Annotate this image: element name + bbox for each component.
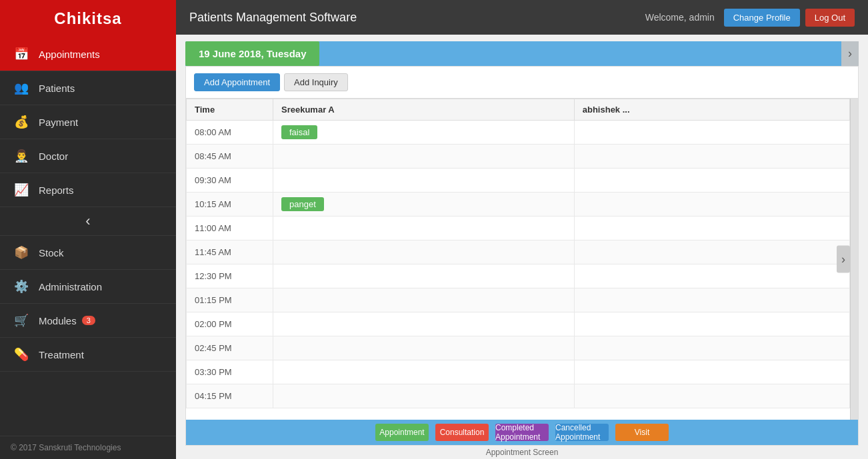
app-title: Patients Management Software: [189, 11, 645, 25]
legend-item: Consultation: [435, 424, 489, 441]
table-row: 12:30 PM: [187, 264, 850, 288]
topbar: Patients Management Software Welcome, ad…: [176, 0, 868, 35]
sreekumar-cell: [273, 312, 575, 336]
schedule-wrapper[interactable]: Time Sreekumar A abhishek ... 08:00 AMfa…: [186, 99, 850, 420]
appointments-icon: 📅: [12, 47, 31, 61]
time-cell: 10:15 AM: [187, 193, 273, 217]
sidebar-item-treatment[interactable]: 💊 Treatment: [0, 338, 176, 372]
collapse-icon: ‹: [79, 213, 97, 230]
abhishek-cell: [574, 264, 849, 288]
abhishek-cell: [574, 193, 849, 217]
stock-icon: 📦: [12, 245, 31, 260]
date-bar-right: [319, 41, 841, 66]
time-cell: 02:00 PM: [187, 312, 273, 336]
table-row: 08:45 AM: [187, 145, 850, 169]
sidebar-item-doctor[interactable]: 👨‍⚕️ Doctor: [0, 139, 176, 173]
abhishek-cell: [574, 240, 849, 264]
legend-bar: AppointmentConsultationCompleted Appoint…: [186, 420, 858, 445]
payment-icon: 💰: [12, 115, 31, 129]
sreekumar-cell[interactable]: panget: [273, 193, 575, 217]
sidebar-item-label: Stock: [39, 247, 64, 258]
sidebar-item-modules[interactable]: 🛒 Modules 3: [0, 304, 176, 338]
sidebar-item-label: Patients: [39, 83, 75, 94]
abhishek-cell: [574, 312, 849, 336]
sidebar-item-collapse[interactable]: ‹: [0, 207, 176, 236]
abhishek-cell: [574, 145, 849, 169]
appointment-badge[interactable]: panget: [281, 197, 324, 211]
time-cell: 11:00 AM: [187, 217, 273, 240]
table-row: 08:00 AMfaisal: [187, 121, 850, 145]
abhishek-cell: [574, 384, 849, 408]
add-inquiry-button[interactable]: Add Inquiry: [284, 73, 348, 91]
sidebar: Chikitsa 📅 Appointments 👥 Patients 💰 Pay…: [0, 0, 176, 459]
legend-item: Visit: [615, 424, 669, 441]
doctor-icon: 👨‍⚕️: [12, 149, 31, 163]
sidebar-item-administration[interactable]: ⚙️ Administration: [0, 270, 176, 304]
table-row: 02:45 PM: [187, 336, 850, 360]
patients-icon: 👥: [12, 81, 31, 95]
legend-item: Completed Appointment: [495, 424, 549, 441]
change-profile-button[interactable]: Change Profile: [724, 9, 800, 27]
sreekumar-cell: [273, 288, 575, 312]
table-row: 03:30 PM: [187, 360, 850, 384]
time-cell: 03:30 PM: [187, 360, 273, 384]
table-row: 04:15 PM: [187, 384, 850, 408]
footer-label: Appointment Screen: [185, 446, 859, 459]
sidebar-item-label: Payment: [39, 117, 78, 128]
treatment-icon: 💊: [12, 347, 31, 362]
time-cell: 09:30 AM: [187, 169, 273, 193]
sidebar-item-payment[interactable]: 💰 Payment: [0, 105, 176, 139]
time-cell: 02:45 PM: [187, 336, 273, 360]
sreekumar-cell: [273, 384, 575, 408]
time-cell: 12:30 PM: [187, 264, 273, 288]
modules-icon: 🛒: [12, 313, 31, 328]
next-arrow-button[interactable]: ›: [841, 41, 859, 66]
table-row: 11:00 AM: [187, 217, 850, 240]
sidebar-item-label: Doctor: [39, 151, 68, 162]
time-cell: 04:15 PM: [187, 384, 273, 408]
time-cell: 08:00 AM: [187, 121, 273, 145]
sreekumar-cell: [273, 145, 575, 169]
vertical-scrollbar[interactable]: [850, 99, 858, 420]
sreekumar-cell: [273, 360, 575, 384]
table-row: 10:15 AMpanget: [187, 193, 850, 217]
sidebar-item-label: Appointments: [39, 49, 100, 60]
sidebar-item-label: Modules: [39, 315, 77, 326]
time-cell: 11:45 AM: [187, 240, 273, 264]
col-time: Time: [187, 99, 273, 121]
schedule-table: Time Sreekumar A abhishek ... 08:00 AMfa…: [186, 99, 850, 408]
table-row: 01:15 PM: [187, 288, 850, 312]
table-row: 02:00 PM: [187, 312, 850, 336]
time-cell: 08:45 AM: [187, 145, 273, 169]
add-appointment-button[interactable]: Add Appointment: [194, 73, 280, 91]
sidebar-item-label: Treatment: [39, 349, 84, 360]
legend-item: Appointment: [375, 424, 429, 441]
abhishek-cell: [574, 169, 849, 193]
logout-button[interactable]: Log Out: [805, 9, 855, 27]
sidebar-footer: © 2017 Sanskruti Technologies: [0, 436, 176, 459]
sreekumar-cell: [273, 264, 575, 288]
toolbar: Add Appointment Add Inquiry: [186, 67, 858, 99]
scroll-right-button[interactable]: ›: [837, 246, 850, 273]
abhishek-cell: [574, 217, 849, 240]
sidebar-item-reports[interactable]: 📈 Reports: [0, 173, 176, 207]
date-badge: 19 June 2018, Tuesday: [185, 41, 319, 66]
welcome-text: Welcome, admin: [645, 12, 715, 23]
table-row: 09:30 AM: [187, 169, 850, 193]
reports-icon: 📈: [12, 183, 31, 197]
table-row: 11:45 AM: [187, 240, 850, 264]
main-area: Patients Management Software Welcome, ad…: [176, 0, 868, 459]
time-cell: 01:15 PM: [187, 288, 273, 312]
sreekumar-cell[interactable]: faisal: [273, 121, 575, 145]
sidebar-item-stock[interactable]: 📦 Stock: [0, 236, 176, 270]
col-abhishek: abhishek ...: [574, 99, 849, 121]
date-bar: 19 June 2018, Tuesday ›: [185, 41, 859, 66]
sreekumar-cell: [273, 217, 575, 240]
abhishek-cell: [574, 336, 849, 360]
sidebar-item-appointments[interactable]: 📅 Appointments: [0, 37, 176, 71]
appointment-badge[interactable]: faisal: [281, 125, 317, 139]
abhishek-cell: [574, 288, 849, 312]
sidebar-item-patients[interactable]: 👥 Patients: [0, 71, 176, 105]
abhishek-cell: [574, 121, 849, 145]
sidebar-item-label: Administration: [39, 281, 102, 292]
